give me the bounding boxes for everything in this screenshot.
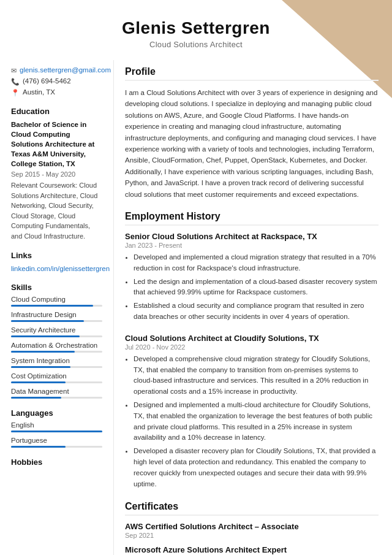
phone-icon: 📞: [11, 78, 20, 86]
skill-label: Cost Optimization: [11, 372, 102, 380]
certificates-section-title: Certificates: [125, 501, 379, 516]
cert-item: Microsoft Azure Solutions Architect Expe…: [125, 545, 379, 555]
language-bar-fill: [11, 431, 102, 432]
skill-bar-fill: [11, 381, 66, 383]
job-item: Cloud Solutions Architect at Cloudify So…: [125, 334, 379, 490]
contact-location: 📍 Austin, TX: [11, 88, 102, 97]
skill-label: System Integration: [11, 357, 102, 364]
languages-section: Languages English Portuguese: [11, 408, 102, 448]
skill-bar-bg: [11, 397, 102, 399]
skill-item: Data Management: [11, 388, 102, 399]
certificates-section: Certificates AWS Certified Solutions Arc…: [125, 501, 379, 555]
profile-section: Profile I am a Cloud Solutions Architect…: [125, 66, 379, 200]
skill-label: Automation & Orchestration: [11, 342, 102, 349]
main-layout: ✉ glenis.settergren@gmail.com 📞 (476) 69…: [0, 60, 392, 555]
job-title: Cloud Solutions Architect at Cloudify So…: [125, 334, 379, 343]
employment-section: Employment History Senior Cloud Solution…: [125, 211, 379, 490]
skills-section: Skills Cloud Computing Infrastructure De…: [11, 283, 102, 399]
language-bar-bg: [11, 431, 102, 432]
job-dates: Jan 2023 - Present: [125, 242, 379, 249]
skill-label: Data Management: [11, 388, 102, 395]
phone-text: (476) 694-5462: [23, 77, 71, 85]
skill-item: Infrastructure Design: [11, 311, 102, 322]
header: Glenis Settergren Cloud Solutions Archit…: [0, 0, 392, 60]
contact-phone: 📞 (476) 694-5462: [11, 77, 102, 86]
jobs-list: Senior Cloud Solutions Architect at Rack…: [125, 232, 379, 490]
edu-coursework: Relevant Coursework: Cloud Solutions Arc…: [11, 180, 102, 241]
cert-item: AWS Certified Solutions Architect – Asso…: [125, 522, 379, 539]
job-bullets: Developed and implemented a cloud migrat…: [125, 252, 379, 323]
skill-item: Cloud Computing: [11, 296, 102, 307]
skill-bar-fill: [11, 366, 70, 368]
cert-name: AWS Certified Solutions Architect – Asso…: [125, 522, 379, 531]
skill-bar-fill: [11, 305, 93, 307]
skills-title: Skills: [11, 283, 102, 292]
job-item: Senior Cloud Solutions Architect at Rack…: [125, 232, 379, 323]
bullet: Established a cloud security and complia…: [134, 300, 379, 323]
skill-bar-bg: [11, 320, 102, 322]
sidebar: ✉ glenis.settergren@gmail.com 📞 (476) 69…: [0, 60, 113, 555]
email-link[interactable]: glenis.settergren@gmail.com: [20, 66, 111, 74]
email-icon: ✉: [11, 67, 17, 75]
skill-label: Security Architecture: [11, 326, 102, 334]
location-icon: 📍: [11, 89, 20, 97]
linkedin-link[interactable]: linkedin.com/in/glenissettergren: [11, 265, 110, 272]
skill-bar-bg: [11, 381, 102, 383]
edu-dates: Sep 2015 - May 2020: [11, 170, 102, 178]
bullet: Developed a comprehensive cloud migratio…: [134, 354, 379, 397]
skills-list: Cloud Computing Infrastructure Design Se…: [11, 296, 102, 399]
skill-bar-bg: [11, 335, 102, 337]
contact-email: ✉ glenis.settergren@gmail.com: [11, 66, 102, 75]
skill-bar-fill: [11, 335, 80, 337]
education-title: Education: [11, 107, 102, 116]
language-bar-bg: [11, 446, 102, 448]
bullet: Developed a disaster recovery plan for C…: [134, 446, 379, 489]
skill-bar-fill: [11, 397, 61, 399]
profile-text: I am a Cloud Solutions Architect with ov…: [125, 87, 379, 200]
bullet: Led the design and implementation of a c…: [134, 277, 379, 299]
skill-item: System Integration: [11, 357, 102, 368]
job-bullets: Developed a comprehensive cloud migratio…: [125, 354, 379, 490]
header-name: Glenis Settergren: [12, 18, 380, 38]
job-title: Senior Cloud Solutions Architect at Rack…: [125, 232, 379, 241]
skill-item: Security Architecture: [11, 326, 102, 337]
header-title: Cloud Solutions Architect: [12, 40, 380, 49]
main-content: Profile I am a Cloud Solutions Architect…: [113, 60, 392, 555]
language-bar-fill: [11, 446, 66, 448]
skill-bar-fill: [11, 351, 75, 353]
skill-item: Automation & Orchestration: [11, 342, 102, 353]
languages-list: English Portuguese: [11, 421, 102, 448]
skill-bar-bg: [11, 305, 102, 307]
skill-bar-bg: [11, 366, 102, 368]
cert-date: Sep 2021: [125, 532, 379, 539]
links-title: Links: [11, 251, 102, 260]
edu-degree: Bachelor of Science in Cloud Computing S…: [11, 120, 102, 169]
language-label: English: [11, 421, 102, 429]
language-label: Portuguese: [11, 437, 102, 444]
skill-bar-bg: [11, 351, 102, 353]
certs-list: AWS Certified Solutions Architect – Asso…: [125, 522, 379, 555]
skill-label: Infrastructure Design: [11, 311, 102, 318]
cert-name: Microsoft Azure Solutions Architect Expe…: [125, 545, 379, 554]
language-item: Portuguese: [11, 437, 102, 448]
links-section: Links linkedin.com/in/glenissettergren: [11, 251, 102, 273]
location-text: Austin, TX: [23, 88, 55, 96]
job-dates: Jul 2020 - Nov 2022: [125, 343, 379, 351]
hobbies-title: Hobbies: [11, 457, 102, 467]
contact-section: ✉ glenis.settergren@gmail.com 📞 (476) 69…: [11, 66, 102, 97]
education-section: Education Bachelor of Science in Cloud C…: [11, 107, 102, 241]
skill-label: Cloud Computing: [11, 296, 102, 303]
language-item: English: [11, 421, 102, 432]
skill-item: Cost Optimization: [11, 372, 102, 383]
languages-title: Languages: [11, 408, 102, 418]
bullet: Designed and implemented a multi-cloud a…: [134, 400, 379, 443]
linkedin-link-item: linkedin.com/in/glenissettergren: [11, 264, 102, 273]
hobbies-section: Hobbies: [11, 457, 102, 467]
employment-section-title: Employment History: [125, 211, 379, 226]
skill-bar-fill: [11, 320, 84, 322]
bullet: Developed and implemented a cloud migrat…: [134, 252, 379, 274]
profile-section-title: Profile: [125, 66, 379, 81]
